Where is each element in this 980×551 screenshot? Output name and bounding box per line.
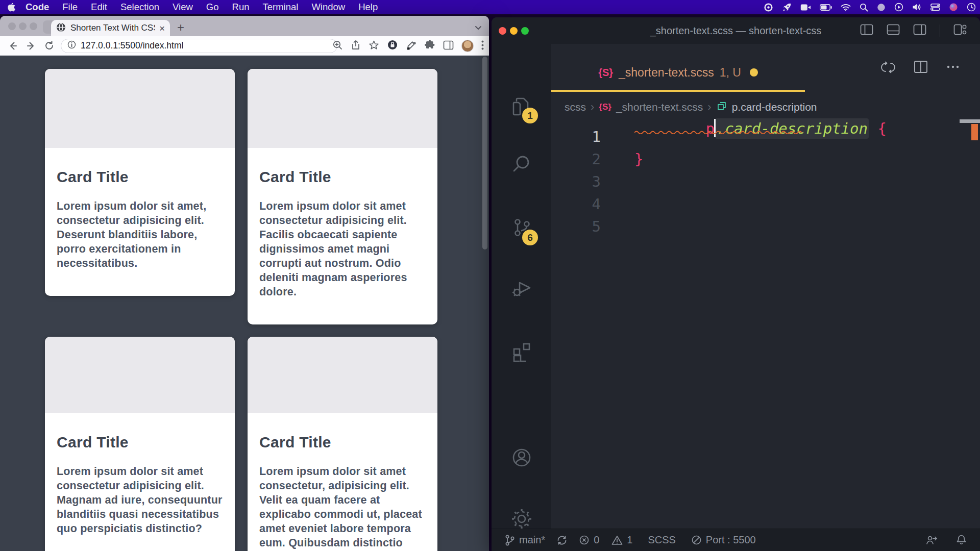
run-debug-icon[interactable]: [509, 276, 534, 300]
profile-avatar[interactable]: [461, 40, 474, 52]
error-count: 0: [594, 534, 599, 546]
globe-favicon: [56, 22, 66, 34]
code-token-brace: }: [634, 151, 643, 168]
toggle-sidebar-icon[interactable]: [860, 24, 873, 37]
warning-squiggle: [634, 120, 806, 138]
screen-mirroring-icon[interactable]: [894, 3, 903, 12]
control-center-icon[interactable]: [930, 4, 940, 11]
settings-gear-icon[interactable]: [509, 507, 534, 531]
tab-title: Shorten Text With CSS: [70, 23, 155, 33]
breadcrumb-folder[interactable]: scss: [565, 101, 586, 113]
adblock-extension-icon[interactable]: [387, 39, 398, 53]
scss-file-icon: {S}: [599, 102, 611, 112]
card-3-title: Card Title: [57, 434, 223, 451]
more-actions-icon[interactable]: [946, 60, 960, 77]
unsaved-changes-dot[interactable]: [750, 68, 758, 77]
open-changes-icon[interactable]: [881, 60, 895, 77]
card-4: Card Title Lorem ipsum dolor sit amet co…: [248, 337, 437, 551]
url-text[interactable]: 127.0.0.1:5500/index.html: [81, 40, 183, 51]
chrome-toolbar: 127.0.0.1:5500/index.html: [0, 36, 489, 56]
siri-icon[interactable]: [949, 3, 958, 12]
spotlight-search-icon[interactable]: [860, 3, 868, 12]
page-scrollbar[interactable]: [482, 57, 487, 249]
menu-item-run[interactable]: Run: [226, 2, 256, 13]
code-line-1[interactable]: 1 p.card-description {: [551, 126, 980, 148]
extensions-icon[interactable]: [509, 338, 534, 362]
vscode-status-bar: main* 0 1 SCSS Port : 5500: [492, 529, 980, 551]
card-2-image-placeholder: [248, 69, 437, 148]
menu-item-edit[interactable]: Edit: [84, 2, 114, 13]
zoom-page-icon[interactable]: [332, 40, 343, 53]
bookmark-star-icon[interactable]: [369, 40, 379, 53]
customize-layout-icon[interactable]: [953, 24, 967, 37]
volume-icon[interactable]: [912, 3, 922, 11]
notifications-bell-icon[interactable]: [956, 534, 967, 546]
search-icon[interactable]: [509, 152, 534, 176]
forward-button[interactable]: [26, 40, 37, 52]
screen-record-icon[interactable]: [800, 4, 811, 11]
feedback-icon[interactable]: [925, 535, 938, 546]
record-icon[interactable]: [764, 3, 773, 12]
menu-item-selection[interactable]: Selection: [114, 2, 166, 13]
tab-git-decoration: 1, U: [720, 66, 741, 80]
editor-scrollbar[interactable]: [960, 119, 980, 123]
menu-item-terminal[interactable]: Terminal: [256, 2, 305, 13]
close-window-button[interactable]: [8, 22, 16, 30]
live-server-port-item[interactable]: Port : 5500: [691, 534, 756, 546]
git-branch-item[interactable]: main*: [505, 534, 545, 546]
split-editor-icon[interactable]: [914, 60, 928, 77]
menu-item-file[interactable]: File: [56, 2, 84, 13]
card-2-title: Card Title: [259, 168, 426, 186]
card-2-description: Lorem ipsum dolor sit amet consectetur a…: [259, 199, 426, 299]
code-line-3[interactable]: 3: [551, 170, 980, 193]
card-2: Card Title Lorem ipsum dolor sit amet co…: [248, 69, 437, 324]
card-4-title: Card Title: [259, 434, 426, 451]
chrome-menu-icon[interactable]: [481, 40, 484, 52]
language-mode-item[interactable]: SCSS: [648, 534, 675, 546]
menu-item-help[interactable]: Help: [352, 2, 384, 13]
code-editor[interactable]: 1 p.card-description { 2 } 3 4 5: [551, 120, 980, 529]
card-1-description: Lorem ipsum dolor sit amet, consectetur …: [57, 199, 223, 270]
eyedropper-extension-icon[interactable]: [406, 40, 416, 53]
tab-search-chevron-icon[interactable]: [475, 23, 482, 32]
extensions-puzzle-icon[interactable]: [424, 39, 435, 53]
menu-item-go[interactable]: Go: [200, 2, 226, 13]
source-control-badge: 6: [522, 230, 538, 245]
chrome-window: Shorten Text With CSS × + 127.0.0.1:5500…: [0, 16, 489, 551]
side-panel-icon[interactable]: [443, 40, 454, 52]
wifi-icon[interactable]: [841, 4, 851, 11]
menu-item-window[interactable]: Window: [305, 2, 352, 13]
card-4-image-placeholder: [248, 337, 437, 413]
url-bar[interactable]: 127.0.0.1:5500/index.html: [61, 39, 337, 53]
reload-button[interactable]: [44, 40, 55, 51]
share-icon[interactable]: [351, 40, 361, 53]
vscode-titlebar: _shorten-text.scss — shorten-text-css: [492, 17, 980, 44]
card-3-image-placeholder: [45, 337, 235, 413]
zoom-window-button[interactable]: [30, 22, 37, 30]
card-1: Card Title Lorem ipsum dolor sit amet, c…: [45, 69, 235, 296]
menu-item-view[interactable]: View: [166, 2, 200, 13]
toggle-secondary-sidebar-icon[interactable]: [913, 24, 926, 37]
sync-changes-icon[interactable]: [556, 535, 568, 546]
line-number: 5: [551, 218, 601, 235]
new-tab-button[interactable]: +: [177, 21, 184, 34]
toggle-panel-icon[interactable]: [887, 24, 900, 37]
menu-item-code[interactable]: Code: [19, 2, 56, 13]
apple-menu-icon[interactable]: [7, 3, 16, 12]
back-button[interactable]: [7, 40, 18, 52]
clock-icon[interactable]: [967, 3, 976, 12]
code-line-5[interactable]: 5: [551, 215, 980, 238]
rocket-icon[interactable]: [782, 3, 792, 12]
chrome-tabstrip: Shorten Text With CSS × +: [0, 16, 489, 36]
code-line-4[interactable]: 4: [551, 193, 980, 215]
site-info-icon[interactable]: [67, 40, 76, 51]
focus-mode-icon[interactable]: [877, 3, 886, 12]
editor-tab[interactable]: {S} _shorten-text.scss 1, U: [551, 55, 805, 92]
browser-tab[interactable]: Shorten Text With CSS ×: [51, 20, 170, 36]
battery-icon[interactable]: [820, 4, 832, 11]
close-tab-icon[interactable]: ×: [159, 23, 165, 33]
problems-item[interactable]: 0 1: [579, 534, 632, 546]
minimize-window-button[interactable]: [19, 22, 27, 30]
browser-viewport: Card Title Lorem ipsum dolor sit amet, c…: [0, 56, 489, 551]
account-icon[interactable]: [509, 445, 534, 470]
